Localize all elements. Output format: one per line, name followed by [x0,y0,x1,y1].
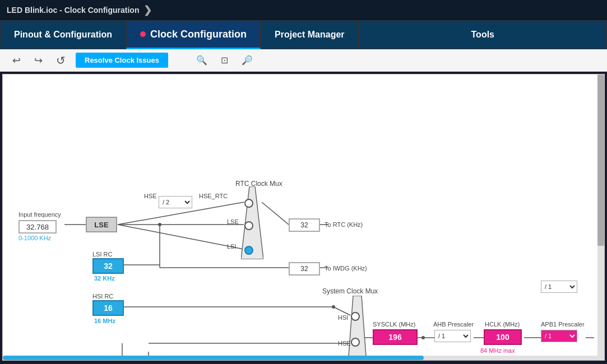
clock-diagram-canvas: Input frequency 32.768 0-1000 KHz LSE LS… [2,74,605,361]
system-clock-mux-label: System Clock Mux [322,287,378,295]
hse-rtc-div-select[interactable]: / 2 / 4 / 8 [159,196,192,208]
rtc-mux-hse-radio[interactable] [244,199,253,208]
lsi-rc-block[interactable]: 32 [92,258,124,274]
rtc-mux-lsi-radio[interactable] [244,246,253,255]
sysclk-block[interactable]: 196 [373,329,418,345]
zoom-out-button[interactable]: 🔍 [238,54,256,67]
lsi-mux-label: LSI [227,243,237,250]
tab-tools[interactable]: Tools [359,20,607,49]
lse-mux-label: LSE [227,218,239,225]
title-bar: LED Blink.ioc - Clock Configuration ❯ [0,0,607,20]
refresh-button[interactable]: ↺ [53,53,69,68]
apb1-prescaler-select[interactable]: / 1 / 2 / 4 [541,330,577,342]
lse-range-label: 0-1000 KHz [18,235,51,241]
toolbar: ↩ ↪ ↺ Resolve Clock Issues 🔍 ⊡ 🔍 [0,49,607,72]
rtc-output-value: 32 [289,218,320,232]
hse-rtc-label: HSE_RTC [199,193,228,199]
lsi-rc-label: LSI RC [92,251,112,258]
right-div-select[interactable]: / 1 / 2 [541,281,577,293]
ahb-prescaler-label: AHB Prescaler [433,321,474,328]
horizontal-scrollbar-thumb[interactable] [3,356,424,360]
fit-screen-button[interactable]: ⊡ [217,54,231,67]
vertical-scrollbar-thumb[interactable] [597,74,604,246]
hsi-sys-label: HSI [338,314,348,321]
horizontal-scrollbar[interactable] [3,356,604,360]
hsi-freq-label: 16 MHz [94,318,115,324]
hclk-max-label: 84 MHz max [480,347,515,354]
iwdg-output-label: To IWDG (KHz) [325,265,367,272]
svg-line-7 [262,202,289,225]
rtc-output-label: To RTC (KHz) [325,221,363,228]
svg-point-29 [158,223,161,226]
hsi-rc-label: HSI RC [92,293,113,300]
tab-clock[interactable]: Clock Configuration [126,20,261,49]
undo-button[interactable]: ↩ [9,53,24,68]
hse-sys-label: HSE [338,340,351,347]
apb1-prescaler-label: APB1 Prescaler [541,321,585,328]
sys-mux-hse-radio[interactable] [351,338,360,347]
lse-input-value[interactable]: 32.768 [18,220,57,234]
iwdg-output-value: 32 [289,262,320,276]
lsi-freq-label: 32 KHz [94,275,115,282]
ahb-prescaler-select[interactable]: / 1 / 2 / 4 [434,330,471,342]
vertical-scrollbar[interactable] [597,74,604,360]
sysclk-label: SYSCLK (MHz) [373,321,415,328]
system-mux-shape [347,296,367,361]
redo-button[interactable]: ↪ [31,53,46,68]
lse-block[interactable]: LSE [86,217,117,232]
resolve-clock-issues-button[interactable]: Resolve Clock Issues [76,53,168,68]
clock-dot [140,31,146,37]
hclk-block[interactable]: 100 [484,329,522,345]
tab-pinout[interactable]: Pinout & Configuration [0,20,126,49]
svg-point-30 [332,305,335,309]
lse-input-freq-label: Input frequency [18,211,61,218]
tab-bar: Pinout & Configuration Clock Configurati… [0,20,607,49]
title-arrow: ❯ [143,4,152,16]
svg-line-3 [118,225,244,249]
sys-mux-hsi-radio[interactable] [351,312,360,321]
pll-source-mux-label: PLL Source Mux [136,360,186,361]
zoom-in-button[interactable]: 🔍 [193,54,211,67]
svg-marker-36 [347,296,367,361]
hsi-rc-block[interactable]: 16 [92,300,124,316]
hclk-label: HCLK (MHz) [485,321,520,328]
tab-project[interactable]: Project Manager [261,20,358,49]
svg-point-32 [421,336,425,339]
hse-label-rtcmux: HSE [144,193,157,199]
title-text: LED Blink.ioc - Clock Configuration [7,6,139,15]
rtc-mux-lse-radio[interactable] [244,221,253,230]
